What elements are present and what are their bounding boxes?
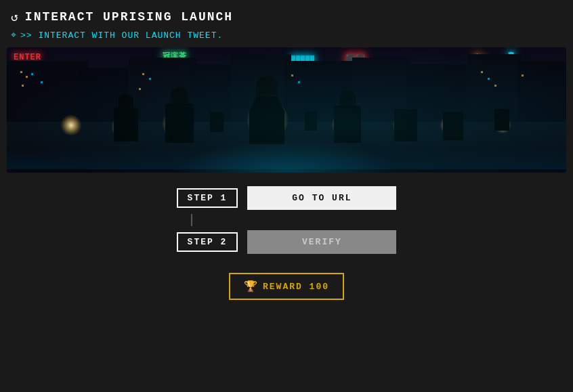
- verify-button[interactable]: VERIFY: [247, 230, 396, 254]
- step-1-row: STEP 1 GO TO URL: [177, 186, 397, 210]
- cursor-icon: ⌖: [11, 30, 16, 41]
- steps-container: STEP 1 GO TO URL STEP 2 VERIFY: [0, 173, 573, 261]
- reward-container: 🏆 REWARD 100: [0, 273, 573, 300]
- step-divider: [191, 214, 192, 226]
- hero-image: ENTER 冠滨茶 ▓▓▓▓▓ ⬛⬛ 富◆ 壽: [7, 47, 566, 173]
- header: ↺ INTERACT UPRISING LAUNCH: [0, 0, 573, 28]
- step-2-row: STEP 2 VERIFY: [177, 230, 397, 254]
- subtitle-text: >> INTERACT WITH OUR LAUNCH TWEET.: [20, 30, 223, 41]
- reward-icon: 🏆: [244, 280, 257, 293]
- go-to-url-button[interactable]: GO TO URL: [247, 186, 396, 210]
- reward-badge: 🏆 REWARD 100: [229, 273, 344, 300]
- step-2-badge: STEP 2: [177, 232, 238, 252]
- subtitle-row: ⌖ >> INTERACT WITH OUR LAUNCH TWEET.: [0, 28, 573, 47]
- step-1-badge: STEP 1: [177, 188, 238, 208]
- page-title: INTERACT UPRISING LAUNCH: [25, 10, 233, 24]
- reward-text: REWARD 100: [263, 282, 329, 292]
- back-icon[interactable]: ↺: [11, 9, 18, 24]
- scene: ENTER 冠滨茶 ▓▓▓▓▓ ⬛⬛ 富◆ 壽: [7, 47, 566, 173]
